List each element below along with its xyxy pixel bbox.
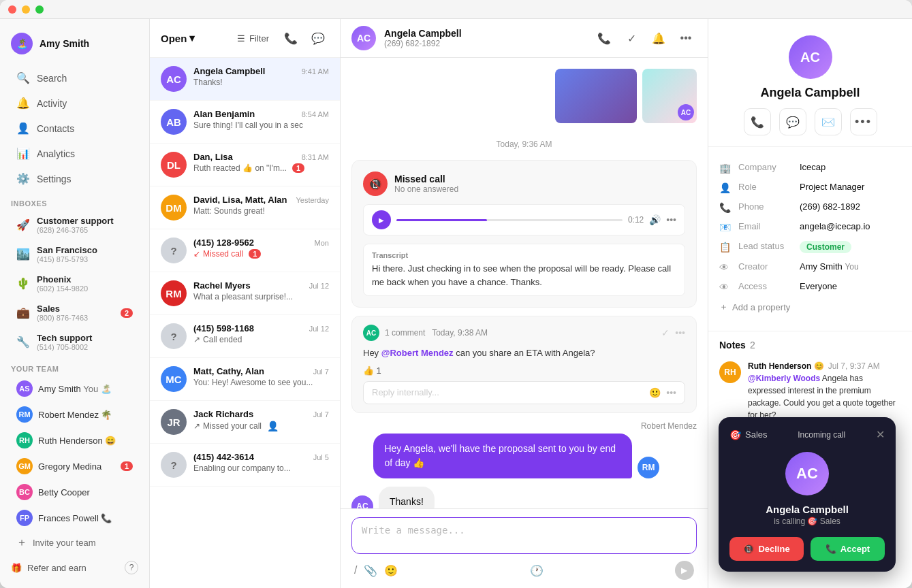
conversation-item[interactable]: AB Alan Benjamin 8:54 AM Sure thing! I'l… (150, 101, 340, 144)
open-filter-button[interactable]: Open ▾ (161, 32, 195, 44)
internal-comment: AC 1 comment Today, 9:38 AM ✓ ••• Hey @R… (351, 316, 697, 413)
chat-area: AC Angela Campbell (269) 682-1892 📞 ✓ 🔔 … (341, 19, 708, 588)
team-robert-mendez[interactable]: RM Robert Mendez 🌴 (5, 402, 144, 427)
team-ruth-henderson[interactable]: RH Ruth Henderson 😄 (5, 428, 144, 453)
message-input[interactable] (351, 517, 697, 554)
close-popup-button[interactable]: ✕ (876, 428, 885, 441)
conversation-item[interactable]: AC Angela Campbell 9:41 AM Thanks! (150, 58, 340, 101)
decline-call-button[interactable]: 📵 Decline (729, 537, 804, 561)
settings-icon: ⚙️ (16, 172, 30, 185)
avatar: ? (161, 238, 187, 263)
inboxes-label: Inboxes (0, 191, 149, 210)
email-icon: 📧 (719, 222, 732, 233)
more-button[interactable]: ••• (675, 27, 697, 49)
inbox-icon: 💼 (16, 306, 30, 319)
check-button[interactable]: ✓ (620, 27, 642, 49)
chat-messages: AC Today, 9:36 AM 📵 Missed call No one a… (341, 58, 708, 508)
check-icon[interactable]: ✓ (661, 327, 670, 338)
contact-email-button[interactable]: ✉️ (815, 108, 842, 135)
avatar: AC (789, 35, 832, 79)
user-profile: 🏝️ Amy Smith (0, 27, 149, 65)
detail-phone: 📞 Phone (269) 682-1892 (719, 197, 901, 217)
avatar: AC (351, 26, 376, 50)
accept-call-button[interactable]: 📞 Accept (811, 537, 885, 561)
conversation-item[interactable]: ? (415) 442-3614 Jul 5 Enabling our comp… (150, 444, 340, 487)
conversation-item[interactable]: DL Dan, Lisa 8:31 AM Ruth reacted 👍 on "… (150, 144, 340, 186)
inbox-san-francisco[interactable]: 🏙️ San Francisco (415) 875-5793 (5, 240, 144, 268)
reply-bar[interactable]: Reply internally... 🙂 ••• (363, 381, 685, 404)
contacts-icon: 👤 (16, 122, 30, 135)
add-property-button[interactable]: ＋ Add a property (719, 297, 901, 317)
conversation-item[interactable]: DM David, Lisa, Matt, Alan Yesterday Mat… (150, 186, 340, 229)
sidebar-item-activity[interactable]: 🔔 Activity (5, 91, 144, 115)
user-name: Amy Smith (40, 38, 89, 49)
team-frances-powell[interactable]: FP Frances Powell 📞 (5, 506, 144, 530)
call-button[interactable]: 📞 (593, 27, 615, 49)
more-icon[interactable]: ••• (675, 327, 685, 338)
snooze-button[interactable]: 🔔 (648, 27, 670, 49)
conversation-item[interactable]: MC Matt, Cathy, Alan Jul 7 You: Hey! Awe… (150, 358, 340, 401)
chat-input-area: / 📎 🙂 🕐 ▶ (341, 508, 708, 588)
contact-call-button[interactable]: 📞 (744, 108, 771, 135)
avatar: DL (161, 152, 187, 178)
avatar: RM (161, 280, 187, 306)
outgoing-message: Robert Mendez Hey Angela, we'll have the… (351, 421, 697, 478)
title-bar (0, 0, 912, 19)
team-gregory-medina[interactable]: GM Gregory Medina 1 (5, 454, 144, 478)
lead-icon: 📋 (719, 242, 732, 252)
new-message-button[interactable]: 💬 (307, 27, 329, 49)
inbox-sales[interactable]: 💼 Sales (800) 876-7463 2 (5, 299, 144, 327)
play-button[interactable]: ▶ (372, 210, 391, 229)
invite-team-button[interactable]: ＋ Invite your team (5, 532, 144, 554)
close-button[interactable] (8, 5, 16, 14)
team-member-name: Betty Cooper (38, 487, 133, 497)
accept-icon: 📞 (825, 544, 836, 554)
contact-more-button[interactable]: ••• (850, 108, 877, 135)
image-thumbnail: AC (642, 69, 697, 123)
minimize-button[interactable] (22, 5, 30, 14)
sales-icon: 🎯 (729, 429, 741, 440)
help-button[interactable]: ? (125, 561, 138, 574)
conversation-item[interactable]: RM Rachel Myers Jul 12 What a pleasant s… (150, 272, 340, 315)
emoji-icon: 🙂 (649, 387, 661, 398)
audio-player[interactable]: ▶ 0:12 🔊 ••• (363, 204, 685, 235)
detail-role: 👤 Role Project Manager (719, 178, 901, 197)
avatar: JR (161, 409, 187, 435)
contact-chat-button[interactable]: 💬 (779, 108, 806, 135)
avatar: AC (785, 452, 829, 495)
plus-icon: ＋ (16, 536, 27, 550)
conversation-item[interactable]: ? (415) 128-9562 Mon ↙ Missed call 1 (150, 229, 340, 272)
more-icon: ••• (666, 387, 676, 398)
attachment-button[interactable]: 📎 (364, 564, 377, 577)
sidebar-item-settings[interactable]: ⚙️ Settings (5, 167, 144, 191)
inbox-phoenix[interactable]: 🌵 Phoenix (602) 154-9820 (5, 270, 144, 297)
volume-icon: 🔊 (649, 214, 661, 225)
inbox-icon: 🏙️ (16, 248, 30, 261)
new-call-button[interactable]: 📞 (280, 27, 302, 49)
inbox-tech-support[interactable]: 🔧 Tech support (514) 705-8002 (5, 328, 144, 356)
team-amy-smith[interactable]: AS Amy Smith You 🏝️ (5, 376, 144, 401)
missed-call-card: 📵 Missed call No one answered ▶ 0:12 🔊 (351, 160, 697, 308)
slash-command-button[interactable]: / (354, 564, 357, 576)
filter-button[interactable]: ☰ Filter (237, 33, 269, 44)
conversation-item[interactable]: JR Jack Richards Jul 7 ↗ Missed your cal… (150, 401, 340, 444)
sidebar-item-contacts[interactable]: 👤 Contacts (5, 116, 144, 140)
conversation-item[interactable]: ? (415) 598-1168 Jul 12 ↗ Call ended (150, 315, 340, 358)
reaction: 👍 1 (363, 365, 685, 376)
sidebar-item-search[interactable]: 🔍 Search (5, 66, 144, 90)
send-button[interactable]: ▶ (675, 561, 694, 580)
refer-earn-button[interactable]: 🎁 Refer and earn (11, 563, 87, 573)
emoji-button[interactable]: 🙂 (384, 564, 398, 577)
plus-icon: ＋ (719, 301, 728, 313)
maximize-button[interactable] (35, 5, 44, 14)
avatar: RM (16, 406, 33, 423)
sidebar-item-analytics[interactable]: 📊 Analytics (5, 142, 144, 165)
transcript-card: Transcript Hi there. Just checking in to… (363, 244, 685, 296)
clock-icon[interactable]: 🕐 (530, 564, 544, 577)
date-divider: Today, 9:36 AM (351, 137, 697, 152)
contact-details: 🏢 Company Icecap 👤 Role Project Manager … (708, 147, 912, 328)
inbox-customer-support[interactable]: 🚀 Customer support (628) 246-3765 (5, 211, 144, 239)
avatar: ? (161, 323, 187, 349)
more-icon[interactable]: ••• (666, 214, 676, 225)
team-betty-cooper[interactable]: BC Betty Cooper (5, 480, 144, 504)
